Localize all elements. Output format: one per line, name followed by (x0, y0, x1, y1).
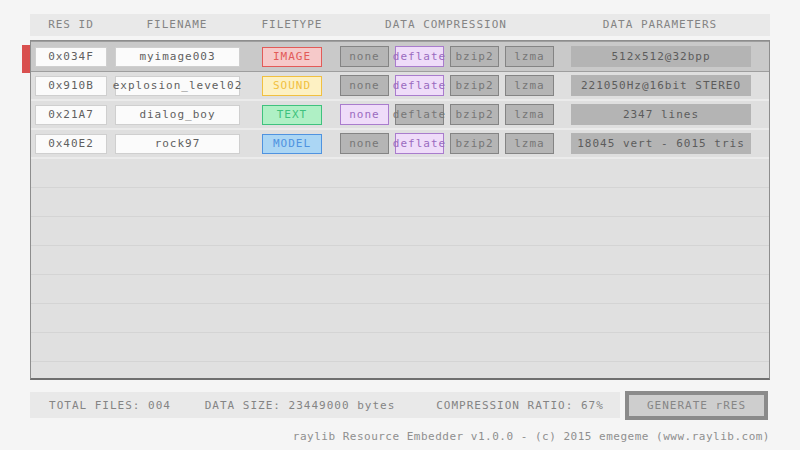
empty-list-row (31, 304, 769, 333)
compression-lzma-button[interactable]: lzma (505, 104, 554, 125)
empty-list-row (31, 246, 769, 275)
compression-deflate-button[interactable]: deflate (395, 104, 444, 125)
resource-list-panel: 0x034F myimage003 IMAGE none deflate bzi… (30, 40, 770, 380)
column-header-parameters: DATA PARAMETERS (570, 18, 750, 31)
compression-deflate-button[interactable]: deflate (395, 133, 444, 154)
table-row[interactable]: 0x40E2 rock97 MODEL none deflate bzip2 l… (31, 130, 769, 159)
total-files-label: TOTAL FILES: 004 (30, 399, 190, 412)
empty-list-row (31, 188, 769, 217)
data-parameters-value: 18045 vert - 6015 tris (571, 133, 751, 154)
res-id-value: 0x034F (35, 47, 107, 67)
compression-bzip2-button[interactable]: bzip2 (450, 46, 499, 67)
filename-value: dialog_boy (115, 105, 240, 125)
empty-list-row (31, 333, 769, 362)
compression-none-button[interactable]: none (340, 133, 389, 154)
compression-none-button[interactable]: none (340, 104, 389, 125)
app-window: RES ID FILENAME FILETYPE DATA COMPRESSIO… (0, 0, 800, 450)
empty-list-row (31, 275, 769, 304)
empty-list-row (31, 217, 769, 246)
empty-list-row (31, 159, 769, 188)
filename-value: rock97 (115, 134, 240, 154)
table-row[interactable]: 0x034F myimage003 IMAGE none deflate bzi… (31, 41, 769, 72)
compression-ratio-label: COMPRESSION RATIO: 67% (420, 399, 620, 412)
compression-bzip2-button[interactable]: bzip2 (450, 75, 499, 96)
column-header-filetype: FILETYPE (230, 18, 354, 31)
compression-none-button[interactable]: none (340, 75, 389, 96)
data-size-label: DATA SIZE: 23449000 bytes (190, 399, 410, 412)
filetype-badge: SOUND (262, 76, 322, 96)
compression-lzma-button[interactable]: lzma (505, 46, 554, 67)
res-id-value: 0x21A7 (35, 105, 107, 125)
empty-list-row (31, 362, 769, 380)
column-header-filename: FILENAME (112, 18, 242, 31)
res-id-value: 0x40E2 (35, 134, 107, 154)
table-header: RES ID FILENAME FILETYPE DATA COMPRESSIO… (30, 14, 770, 36)
filetype-badge: IMAGE (262, 47, 322, 67)
compression-lzma-button[interactable]: lzma (505, 133, 554, 154)
filename-value: explosion_level02 (115, 76, 240, 96)
filetype-badge: MODEL (262, 134, 322, 154)
generate-rres-button[interactable]: GENERATE rRES (625, 391, 768, 420)
table-row[interactable]: 0x910B explosion_level02 SOUND none defl… (31, 72, 769, 101)
compression-bzip2-button[interactable]: bzip2 (450, 104, 499, 125)
data-parameters-value: 2347 lines (571, 104, 751, 125)
table-row[interactable]: 0x21A7 dialog_boy TEXT none deflate bzip… (31, 101, 769, 130)
summary-bar: TOTAL FILES: 004 DATA SIZE: 23449000 byt… (30, 392, 620, 418)
compression-deflate-button[interactable]: deflate (395, 46, 444, 67)
compression-bzip2-button[interactable]: bzip2 (450, 133, 499, 154)
data-parameters-value: 221050Hz@16bit STEREO (571, 75, 751, 96)
status-bar-text: raylib Resource Embedder v1.0.0 - (c) 20… (293, 430, 770, 443)
compression-deflate-button[interactable]: deflate (395, 75, 444, 96)
compression-none-button[interactable]: none (340, 46, 389, 67)
column-header-res-id: RES ID (31, 18, 111, 31)
data-parameters-value: 512x512@32bpp (571, 46, 751, 67)
res-id-value: 0x910B (35, 76, 107, 96)
filetype-badge: TEXT (262, 105, 322, 125)
column-header-compression: DATA COMPRESSION (340, 18, 552, 31)
filename-value: myimage003 (115, 47, 240, 67)
compression-lzma-button[interactable]: lzma (505, 75, 554, 96)
